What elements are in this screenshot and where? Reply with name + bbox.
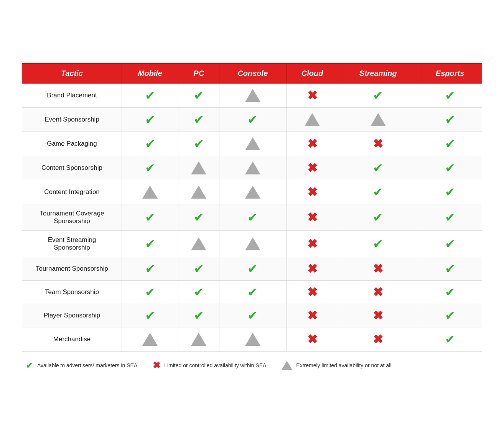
cell-pc: ✔ [178,281,219,304]
cell-cloud: ✖ [286,304,338,327]
check-icon: ✔ [194,113,204,126]
header-tactic: Tactic [22,64,122,84]
cell-esports: ✔ [418,231,482,257]
check-icon: ✔ [445,333,455,345]
cell-pc [178,231,219,257]
tactic-cell: Player Sponsorship [22,304,122,327]
cell-console: ✔ [219,204,287,231]
cell-mobile: ✔ [122,281,178,304]
triangle-icon [191,333,206,346]
legend-triangle-icon [282,361,292,370]
cell-console: ✔ [219,304,287,327]
check-icon: ✔ [247,286,258,298]
check-icon: ✔ [145,309,155,322]
check-icon: ✔ [445,138,455,150]
triangle-icon [245,237,260,250]
cell-cloud: ✖ [286,132,338,156]
check-icon: ✔ [247,263,258,275]
check-icon: ✔ [445,286,455,298]
check-icon: ✔ [445,309,455,322]
triangle-icon [245,89,260,102]
tactic-cell: Tournament Sponsorship [22,257,122,281]
header-streaming: Streaming [338,64,418,84]
legend-check-icon: ✔ [26,360,33,371]
check-icon: ✔ [247,211,258,224]
check-icon: ✔ [247,113,258,126]
cross-icon: ✖ [307,211,318,224]
check-icon: ✔ [373,238,383,250]
cell-pc [178,156,219,180]
cell-esports: ✔ [418,327,482,352]
cell-pc: ✔ [178,304,219,327]
header-cloud: Cloud [286,64,338,84]
table-row: Player Sponsorship✔✔✔✖✖✔ [22,304,482,327]
cross-icon: ✖ [373,309,383,322]
cell-cloud: ✖ [286,84,338,108]
cell-cloud: ✖ [286,327,338,352]
cell-mobile: ✔ [122,132,178,156]
cell-mobile: ✔ [122,231,178,257]
triangle-icon [245,137,260,150]
cross-icon: ✖ [307,286,318,298]
cell-cloud: ✖ [286,257,338,281]
tactic-cell: Content Sponsorship [22,156,122,180]
check-icon: ✔ [145,263,155,275]
cell-mobile: ✔ [122,156,178,180]
check-icon: ✔ [445,211,455,224]
cross-icon: ✖ [373,263,383,275]
legend-triangle-label: Extremely limited availability or not at… [296,362,391,368]
table-row: Event Sponsorship✔✔✔✔ [22,108,482,132]
cell-console [219,231,287,257]
cell-streaming: ✖ [338,281,418,304]
cell-streaming: ✔ [338,156,418,180]
cell-mobile: ✔ [122,204,178,231]
cross-icon: ✖ [307,162,318,174]
cross-icon: ✖ [307,89,318,102]
triangle-icon [191,161,206,174]
cell-esports: ✔ [418,257,482,281]
cross-icon: ✖ [307,263,318,275]
cell-console: ✔ [219,108,287,132]
check-icon: ✔ [145,113,155,126]
cross-icon: ✖ [373,286,383,298]
cross-icon: ✖ [373,333,383,345]
cross-icon: ✖ [307,309,318,322]
table-row: Brand Placement✔✔✖✔✔ [22,84,482,108]
cell-pc: ✔ [178,257,219,281]
header-esports: Esports [418,64,482,84]
cell-pc: ✔ [178,132,219,156]
check-icon: ✔ [194,309,204,322]
check-icon: ✔ [445,113,455,126]
cell-pc [178,180,219,204]
legend-triangle-item: Extremely limited availability or not at… [282,361,391,370]
cell-mobile: ✔ [122,257,178,281]
check-icon: ✔ [145,138,155,150]
table-row: Content Sponsorship✔✖✔✔ [22,156,482,180]
cell-streaming: ✖ [338,257,418,281]
header-row: TacticMobilePCConsoleCloudStreamingEspor… [22,64,482,84]
check-icon: ✔ [445,89,455,102]
tactic-cell: Merchandise [22,327,122,352]
check-icon: ✔ [373,162,383,174]
triangle-icon [245,161,260,174]
cell-pc: ✔ [178,204,219,231]
cell-pc: ✔ [178,108,219,132]
cell-streaming: ✖ [338,132,418,156]
legend-cross-label: Limited or controlled availability withi… [164,362,266,368]
cell-esports: ✔ [418,204,482,231]
tactic-cell: Game Packaging [22,132,122,156]
triangle-icon [142,186,158,199]
tactic-cell: Event Streaming Sponsorship [22,231,122,257]
table-row: Event Streaming Sponsorship✔✖✔✔ [22,231,482,257]
table-row: Team Sponsorship✔✔✔✖✖✔ [22,281,482,304]
check-icon: ✔ [145,211,155,224]
comparison-table: TacticMobilePCConsoleCloudStreamingEspor… [22,63,482,352]
triangle-icon [191,186,206,199]
cell-esports: ✔ [418,132,482,156]
tactic-cell: Tournament Coverage Sponsorship [22,204,122,231]
cell-mobile: ✔ [122,108,178,132]
cell-mobile: ✔ [122,84,178,108]
check-icon: ✔ [194,89,204,102]
cell-streaming: ✖ [338,327,418,352]
cell-esports: ✔ [418,180,482,204]
